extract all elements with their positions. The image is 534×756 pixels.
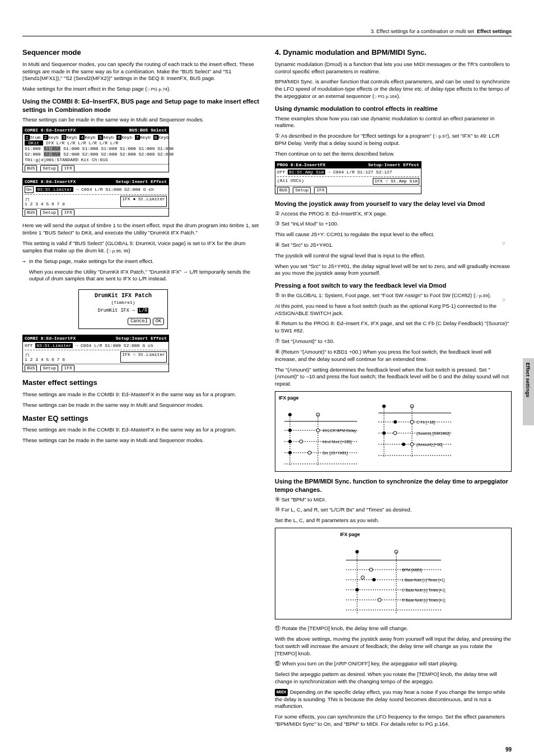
lcd-effect: 03:St.Limiter <box>36 187 73 192</box>
svg-point-10 <box>299 440 303 443</box>
lcd-tab: BUS <box>25 165 37 171</box>
lcd-tab: IFX <box>62 165 74 171</box>
diagram-label: Src [JS+Y#01] <box>322 451 348 456</box>
heading-combi-bus-setup: Using the COMBI 8: Ed–InsertFX, BUS page… <box>22 97 259 114</box>
dialog-selection: L/R <box>138 308 148 313</box>
cross-ref: ☞p.89 <box>475 293 488 298</box>
body-text: Here we will send the output of timbre 1… <box>22 222 259 237</box>
diagram-label: (Source) [SW1#82] <box>416 431 450 436</box>
svg-point-6 <box>288 429 292 432</box>
lcd-tab: IFX <box>62 365 74 371</box>
diagram-label: BPM [MIDI] <box>402 568 422 572</box>
body-text: These settings can be made in the same w… <box>22 437 259 444</box>
lcd-routing: 1 2 3 4 5 6 7 8 <box>25 201 65 206</box>
lcd-ifx: IFX ● St.Limiter <box>120 196 167 207</box>
lcd-screenshot-combi-setup-off: COMBI 8:Ed–InsertFXSetup:Insert Effect O… <box>22 335 169 372</box>
step-text: ⑫ When you turn on the [ARP ON/OFF] key,… <box>275 660 512 668</box>
heading-footswitch-dmod: Pressing a foot switch to vary the feedb… <box>275 281 512 290</box>
svg-point-27 <box>402 443 405 446</box>
body-text: Make settings for the insert effect in t… <box>22 86 259 93</box>
heading-using-dmod: Using dynamic modulation to control effe… <box>275 105 512 113</box>
lcd-title-right: BUS:BUS Select <box>129 128 167 133</box>
heading-joystick-dmod: Moving the joystick away from yourself t… <box>275 200 512 208</box>
lcd-screenshot-combi-setup-on: COMBI 8:Ed–InsertFXSetup:Insert Effect O… <box>22 178 169 217</box>
diagram-label: (Amount) [+30] <box>416 443 443 447</box>
lcd-params: → C064 L/R S1:127 S2:127 <box>327 170 392 175</box>
svg-point-12 <box>288 451 292 454</box>
step-text: ⑥ Return to the PROG 8: Ed–Insert FX, IF… <box>275 320 512 335</box>
cross-ref: ☞PG p.74 <box>147 87 167 92</box>
step-text: ② Access the PROG 8: Ed–InsertFX, IFX pa… <box>275 210 512 218</box>
lcd-tab: BUS <box>25 209 37 215</box>
dialog-subtitle: (Timbre1) <box>82 300 164 306</box>
body-text: Dynamic modulation (Dmod) is a function … <box>275 61 512 76</box>
lcd-effect: 01:St.Amp Sim <box>288 170 325 175</box>
dialog-drumkit-ifx-patch: DrumKit IFX Patch (Timbre1) DrumKit IFX … <box>78 289 168 329</box>
svg-point-9 <box>288 440 292 443</box>
diagram-label: 49:LCR BPM Delay <box>322 429 357 433</box>
step-text: ① As described in the procedure for "Eff… <box>275 133 434 139</box>
note-text: This setting is valid if "BUS Select" (G… <box>22 240 259 255</box>
step-text: ④ Set "Src" to JS+Y#01. <box>275 242 512 249</box>
step-text: With the above settings, moving the joys… <box>275 636 512 657</box>
step-text: ① As described in the procedure for "Eff… <box>275 133 512 147</box>
svg-point-13 <box>308 451 311 454</box>
step-text: ⑪ Rotate the [TEMPO] knob, the delay tim… <box>275 625 512 632</box>
step-text: ⑤ In the GLOBAL 1: System, Foot page, se… <box>275 292 512 299</box>
step-text: ⑨ Set "BPM" to MIDI. <box>275 496 512 504</box>
lcd-tab: IFX <box>314 187 326 193</box>
diagram-caption: IFX page <box>340 532 447 538</box>
cross-ref: ☞p.96, 99 <box>109 248 129 253</box>
body-text: These settings can be made in the same w… <box>22 402 259 409</box>
svg-point-24 <box>382 431 386 435</box>
note-text: This setting is valid if "BUS Select" (G… <box>22 240 246 253</box>
lcd-effect: 03:St.Limiter <box>35 343 72 348</box>
lcd-onoff: Off <box>25 343 32 348</box>
cross-ref: ☞p.97 <box>434 134 447 139</box>
dialog-title: DrumKit IFX Patch <box>82 292 164 300</box>
lcd-tab: Setup <box>293 187 311 193</box>
step-text: At this point, you need to have a foot s… <box>275 303 512 317</box>
lcd-params: → C064 L/R S1:000 S2:000 G ch <box>75 343 153 348</box>
diagram-label: L Base Note [♪] Times [×1] <box>402 578 444 583</box>
svg-point-41 <box>355 588 359 591</box>
cancel-button[interactable]: Cancel <box>128 318 151 325</box>
diagram-label: R Base Note [♪] Times [×1] <box>402 598 446 603</box>
step-text: ③ Set "InLvl Mod" to +100. <box>275 220 512 228</box>
side-tab-label: Effect settings <box>524 363 531 397</box>
arrow-icon: → <box>22 258 26 265</box>
lcd-routing: 1 2 3 4 5 6 7 8 <box>25 357 65 362</box>
arrow-text: When you execute the Utility "DrumKit IF… <box>29 269 259 283</box>
lcd-tab: Setup <box>40 165 58 171</box>
svg-point-25 <box>394 431 397 435</box>
heading-dynamic-modulation: 4. Dynamic modulation and BPM/MIDI Sync. <box>275 48 512 58</box>
step-text: Set the L, C, and R parameters as you wi… <box>275 517 512 524</box>
lcd-screenshot-prog-setup: PROG 8:Ed–InsertFXSetup:Insert Effect Of… <box>275 161 421 194</box>
lcd-title-left: COMBI 8:Ed–InsertFX <box>25 179 76 185</box>
heading-bpm-sync: Using the BPM/MIDI Sync. function to syn… <box>275 477 512 494</box>
lcd-title-right: Setup:Insert Effect <box>116 336 167 341</box>
lcd-title-left: PROG 8:Ed–InsertFX <box>277 162 325 168</box>
lcd-info: T01:g(d)001:STANDARD Kit Ch:01G <box>25 157 167 163</box>
lcd-tab: BUS <box>277 187 289 193</box>
lcd-screenshot-combi-bus: COMBI 8:Ed–InsertFXBUS:BUS Select 1Drum … <box>22 126 169 172</box>
body-text: Make settings for the insert effect in t… <box>22 86 147 92</box>
heading-master-eq: Master EQ settings <box>22 414 259 424</box>
diagram-label: InLvl Mod [+100] <box>322 440 352 444</box>
lcd-tab: BUS <box>25 365 37 371</box>
body-text: These settings are made in the COMBI 9: … <box>22 426 259 434</box>
step-text: ⑩ For L, C, and R, set "L/C/R Bs" and "T… <box>275 506 512 514</box>
body-text: These examples show how you can use dyna… <box>275 115 512 130</box>
cross-ref-icon: ☞ <box>502 241 506 247</box>
svg-point-28 <box>410 443 414 446</box>
svg-point-38 <box>361 576 364 579</box>
dialog-line: DrumKit IFX → <box>98 308 135 313</box>
lcd-ifx: IFX ○ St.Amp Sim <box>373 178 419 185</box>
diagram-label: C Fb [+10] <box>416 420 435 425</box>
page-number: 99 <box>505 746 512 754</box>
cross-ref-icon: ☞ <box>502 297 506 303</box>
lcd-title-left: COMBI 8:Ed–InsertFX <box>25 336 76 341</box>
ok-button[interactable]: OK <box>153 318 164 325</box>
arrow-text: When you execute the Utility "DrumKit IF… <box>29 269 183 275</box>
step-text: The "(Amount)" setting determines the fe… <box>275 367 512 388</box>
